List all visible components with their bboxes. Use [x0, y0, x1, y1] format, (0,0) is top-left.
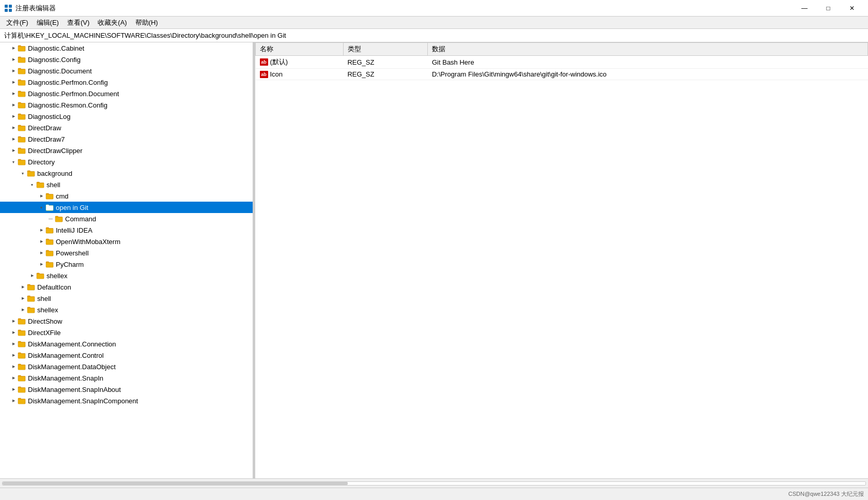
tree-expander-icon[interactable] — [19, 169, 27, 177]
tree-item[interactable]: DirectDraw7 — [0, 133, 253, 145]
tree-panel[interactable]: Diagnostic.Cabinet Diagnostic.Config Dia… — [0, 42, 253, 478]
tree-expander-icon[interactable] — [9, 362, 18, 371]
menu-favorites[interactable]: 收藏夹(A) — [94, 17, 131, 28]
tree-expander-icon[interactable] — [37, 226, 45, 234]
tree-expander-icon[interactable] — [37, 203, 45, 211]
tree-item[interactable]: DiskManagement.Connection — [0, 338, 253, 350]
tree-scroll: Diagnostic.Cabinet Diagnostic.Config Dia… — [0, 42, 253, 406]
tree-item[interactable]: DiskManagement.SnapInAbout — [0, 384, 253, 395]
tree-item[interactable]: shellex — [0, 270, 253, 281]
col-name[interactable]: 名称 — [256, 43, 344, 56]
tree-item[interactable]: shellex — [0, 304, 253, 315]
tree-expander-icon[interactable] — [9, 89, 18, 98]
tree-item[interactable]: Diagnostic.Perfmon.Config — [0, 77, 253, 88]
tree-item[interactable]: Directory — [0, 156, 253, 168]
tree-item[interactable]: Diagnostic.Perfmon.Document — [0, 88, 253, 99]
tree-expander-icon[interactable] — [9, 124, 18, 132]
detail-table: 名称 类型 数据 ab(默认)REG_SZGit Bash HereabIcon… — [255, 42, 868, 80]
tree-expander-icon[interactable] — [9, 101, 18, 109]
folder-icon — [18, 90, 26, 97]
tree-expander-icon[interactable] — [9, 374, 18, 382]
tree-item[interactable]: Diagnostic.Document — [0, 65, 253, 77]
tree-expander-icon[interactable] — [37, 237, 45, 246]
tree-item[interactable]: IntelliJ IDEA — [0, 224, 253, 236]
tree-expander-icon[interactable] — [28, 271, 36, 280]
tree-item-label: Diagnostic.Resmon.Config — [28, 101, 107, 109]
tree-item[interactable]: DiskManagement.SnapInComponent — [0, 395, 253, 406]
menu-file[interactable]: 文件(F) — [2, 17, 33, 28]
tree-item[interactable]: Diagnostic.Config — [0, 54, 253, 65]
folder-icon — [45, 192, 54, 200]
tree-expander-icon[interactable] — [37, 249, 45, 257]
svg-rect-1 — [9, 5, 12, 8]
folder-icon — [18, 79, 26, 86]
tree-expander-icon[interactable] — [9, 340, 18, 348]
folder-icon — [18, 363, 26, 370]
status-bar: CSDN@qwe122343 大纪元报 — [0, 488, 868, 500]
tree-item[interactable]: OpenWithMobaXterm — [0, 236, 253, 247]
col-type[interactable]: 类型 — [343, 43, 428, 56]
tree-expander-icon[interactable] — [37, 260, 45, 268]
tree-expander-icon[interactable] — [9, 44, 18, 52]
menu-edit[interactable]: 编辑(E) — [33, 17, 63, 28]
detail-row[interactable]: ab(默认)REG_SZGit Bash Here — [256, 56, 868, 69]
tree-item[interactable]: background — [0, 168, 253, 179]
tree-item[interactable]: DiagnosticLog — [0, 111, 253, 122]
folder-icon — [45, 261, 54, 268]
tree-item-label: DiskManagement.SnapIn — [28, 374, 103, 382]
tree-item[interactable]: Powershell — [0, 247, 253, 259]
folder-icon — [18, 56, 26, 63]
close-button[interactable]: ✕ — [840, 0, 864, 17]
tree-item[interactable]: Command — [0, 213, 253, 224]
tree-item[interactable]: DiskManagement.SnapIn — [0, 372, 253, 384]
tree-expander-icon[interactable] — [9, 351, 18, 359]
tree-item[interactable]: DirectDrawClipper — [0, 145, 253, 156]
tree-expander-icon[interactable] — [9, 328, 18, 337]
tree-item[interactable]: DirectXFile — [0, 327, 253, 338]
tree-item[interactable]: DirectDraw — [0, 122, 253, 133]
detail-name-cell: ab(默认) — [256, 56, 344, 69]
maximize-button[interactable]: □ — [816, 0, 840, 17]
folder-icon — [18, 124, 26, 131]
menu-view[interactable]: 查看(V) — [63, 17, 94, 28]
tree-expander-icon[interactable] — [9, 67, 18, 75]
folder-icon — [27, 306, 35, 313]
tree-expander-icon[interactable] — [9, 135, 18, 143]
svg-rect-2 — [5, 9, 8, 12]
folder-icon — [18, 113, 26, 120]
tree-expander-icon[interactable] — [19, 283, 27, 291]
tree-expander-icon[interactable] — [9, 158, 18, 166]
tree-expander-icon[interactable] — [47, 215, 55, 223]
minimize-button[interactable]: — — [793, 0, 816, 17]
tree-item[interactable]: PyCharm — [0, 259, 253, 270]
tree-expander-icon[interactable] — [9, 55, 18, 64]
tree-item-label: Command — [65, 215, 96, 223]
tree-expander-icon[interactable] — [19, 306, 27, 314]
tree-expander-icon[interactable] — [9, 397, 18, 405]
tree-item[interactable]: DiskManagement.DataObject — [0, 361, 253, 372]
tree-item[interactable]: DefaultIcon — [0, 281, 253, 293]
tree-item[interactable]: DiskManagement.Control — [0, 350, 253, 361]
tree-item-label: DefaultIcon — [37, 283, 71, 291]
tree-expander-icon[interactable] — [9, 146, 18, 155]
tree-item[interactable]: shell — [0, 179, 253, 190]
tree-expander-icon[interactable] — [37, 192, 45, 200]
detail-name: Icon — [270, 70, 283, 78]
col-data[interactable]: 数据 — [428, 43, 868, 56]
address-text[interactable]: 计算机\HKEY_LOCAL_MACHINE\SOFTWARE\Classes\… — [4, 31, 286, 40]
tree-item[interactable]: DirectShow — [0, 315, 253, 327]
menu-help[interactable]: 帮助(H) — [131, 17, 162, 28]
tree-expander-icon[interactable] — [9, 317, 18, 325]
tree-expander-icon[interactable] — [19, 294, 27, 302]
tree-expander-icon[interactable] — [28, 180, 36, 189]
tree-item[interactable]: Diagnostic.Resmon.Config — [0, 99, 253, 111]
tree-item[interactable]: shell — [0, 293, 253, 304]
tree-item[interactable]: Diagnostic.Cabinet — [0, 42, 253, 54]
tree-expander-icon[interactable] — [9, 78, 18, 86]
tree-expander-icon[interactable] — [9, 385, 18, 393]
tree-item[interactable]: cmd — [0, 190, 253, 202]
tree-item[interactable]: open in Git — [0, 202, 253, 213]
folder-icon — [45, 204, 54, 211]
detail-row[interactable]: abIconREG_SZD:\Program Files\Git\mingw64… — [256, 69, 868, 80]
tree-expander-icon[interactable] — [9, 112, 18, 120]
